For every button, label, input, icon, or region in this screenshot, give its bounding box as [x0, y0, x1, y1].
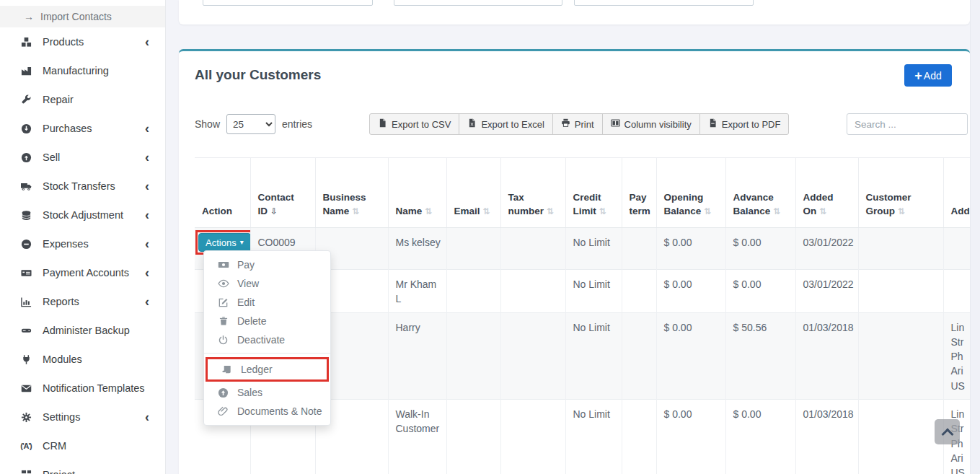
money-bill-icon [217, 259, 229, 271]
table-controls: Show 25 entries Export to CSV Export to … [195, 113, 952, 135]
filter-card-bottom [179, 0, 970, 25]
menu-item-delete[interactable]: Delete [204, 312, 330, 330]
cell-pay-term [622, 228, 656, 270]
cubes-icon [19, 37, 33, 48]
sales-arrow-circle-up-icon [217, 387, 229, 398]
col-header-added-on[interactable]: Added On⇅ [795, 158, 858, 228]
sidebar-item-purchases[interactable]: Purchases ‹ [0, 114, 165, 143]
sidebar-item-manufacturing[interactable]: Manufacturing [0, 56, 165, 85]
chevron-left-icon: ‹ [145, 180, 149, 193]
sidebar-item-label: Products [43, 36, 84, 48]
filter-input-2[interactable] [394, 0, 562, 6]
cell-added-on: 03/01/2022 [795, 270, 858, 313]
sidebar-item-administer-backup[interactable]: Administer Backup [0, 316, 165, 345]
column-visibility-button[interactable]: Column visibility [602, 113, 700, 135]
col-header-advance-balance[interactable]: Advance Balance⇅ [725, 158, 795, 228]
sidebar-item-modules[interactable]: Modules [0, 345, 165, 374]
page-scrollbar[interactable] [970, 0, 980, 474]
sort-icon: ⇅ [704, 206, 710, 216]
cell-customer-group [858, 400, 943, 474]
chevron-left-icon: ‹ [145, 295, 149, 308]
cell-email [446, 228, 500, 270]
sidebar-item-crm[interactable]: ('A') CRM [0, 431, 165, 460]
cell-name: Harry [388, 312, 446, 399]
sidebar-item-sell[interactable]: Sell ‹ [0, 143, 165, 172]
col-header-email[interactable]: Email⇅ [446, 158, 500, 228]
filter-input-3[interactable] [574, 0, 754, 6]
sidebar-item-label: Stock Adjustment [43, 209, 123, 221]
sidebar-item-import-contacts[interactable]: → Import Contacts [0, 6, 165, 27]
sidebar-item-label: Repair [43, 94, 74, 105]
sort-icon: ⇅ [483, 206, 490, 216]
sidebar-item-products[interactable]: Products ‹ [0, 27, 165, 56]
cell-opening-balance: $ 0.00 [656, 400, 725, 474]
cell-opening-balance: $ 0.00 [656, 270, 725, 313]
menu-item-deactivate[interactable]: Deactivate [204, 330, 330, 349]
export-excel-button[interactable]: Export to Excel [459, 113, 552, 135]
server-icon [19, 325, 33, 336]
cell-address [943, 228, 970, 270]
menu-item-ledger[interactable]: Ledger [208, 360, 327, 379]
sidebar-item-repair[interactable]: Repair [0, 85, 165, 114]
sidebar-item-reports[interactable]: Reports ‹ [0, 287, 165, 316]
eye-icon [217, 278, 229, 289]
plus-icon: + [914, 69, 922, 82]
cell-name: Walk-In Customer [388, 400, 446, 474]
cell-advance-balance: $ 50.56 [725, 312, 795, 399]
trash-icon [217, 316, 229, 326]
export-toolbar: Export to CSV Export to Excel Print Colu… [369, 113, 789, 135]
page-length-control: Show 25 entries [195, 113, 312, 135]
col-header-contact-id[interactable]: Contact ID⇩ [250, 158, 315, 228]
sidebar-item-label: Import Contacts [40, 11, 112, 22]
truck-icon [19, 181, 33, 192]
scroll-to-top-button[interactable] [935, 419, 960, 444]
sidebar-item-project[interactable]: Project [0, 460, 165, 474]
sidebar-item-label: Project [43, 469, 75, 474]
sidebar-item-label: Sell [43, 152, 60, 163]
sidebar-item-payment-accounts[interactable]: Payment Accounts ‹ [0, 258, 165, 287]
menu-item-documents-note[interactable]: Documents & Note [204, 402, 330, 421]
entries-label: entries [282, 118, 312, 130]
sidebar-item-label: Expenses [43, 238, 89, 250]
actions-button[interactable]: Actions ▾ [198, 233, 250, 252]
sidebar-item-label: Modules [43, 354, 82, 365]
col-header-name[interactable]: Name⇅ [388, 158, 446, 228]
col-header-pay-term[interactable]: Pay term [622, 158, 656, 228]
page-size-select[interactable]: 25 [226, 114, 275, 134]
export-pdf-button[interactable]: Export to PDF [699, 113, 790, 135]
search-input[interactable] [847, 113, 968, 135]
sidebar-item-notification-templates[interactable]: Notification Templates [0, 374, 165, 403]
menu-item-edit[interactable]: Edit [204, 293, 330, 312]
col-header-tax-number[interactable]: Tax number⇅ [500, 158, 565, 228]
cell-email [446, 270, 500, 313]
sort-desc-icon: ⇩ [270, 206, 277, 216]
highlight-ledger-box: Ledger [206, 357, 329, 382]
menu-item-pay[interactable]: Pay [204, 255, 330, 274]
sidebar-item-stock-transfers[interactable]: Stock Transfers ‹ [0, 172, 165, 201]
add-button[interactable]: + Add [904, 64, 952, 87]
menu-item-sales[interactable]: Sales [204, 383, 330, 402]
sort-icon: ⇅ [547, 206, 553, 216]
menu-item-view[interactable]: View [204, 274, 330, 293]
col-header-opening-balance[interactable]: Opening Balance⇅ [656, 158, 725, 228]
cell-name: Mr Kham L [388, 270, 446, 313]
chevron-left-icon: ‹ [145, 266, 149, 279]
col-header-address[interactable]: Address [943, 158, 970, 228]
col-header-customer-group[interactable]: Customer Group⇅ [858, 158, 943, 228]
sidebar-item-stock-adjustment[interactable]: Stock Adjustment ‹ [0, 201, 165, 229]
sidebar-item-label: CRM [43, 440, 66, 452]
col-header-action: Action [195, 158, 250, 228]
filter-input-1[interactable] [203, 0, 373, 6]
cell-pay-term [622, 312, 656, 399]
sidebar-item-settings[interactable]: Settings ‹ [0, 403, 165, 431]
export-csv-button[interactable]: Export to CSV [369, 113, 459, 135]
arrow-circle-up-icon [19, 152, 33, 163]
cell-customer-group [858, 228, 943, 270]
sort-icon: ⇅ [819, 206, 826, 216]
sidebar-item-expenses[interactable]: Expenses ‹ [0, 229, 165, 258]
page-title: All your Customers [195, 67, 321, 83]
col-header-credit-limit[interactable]: Credit Limit⇅ [565, 158, 622, 228]
print-button[interactable]: Print [552, 113, 603, 135]
col-header-business-name[interactable]: Business Name⇅ [315, 158, 388, 228]
caret-down-icon: ▾ [240, 239, 244, 246]
